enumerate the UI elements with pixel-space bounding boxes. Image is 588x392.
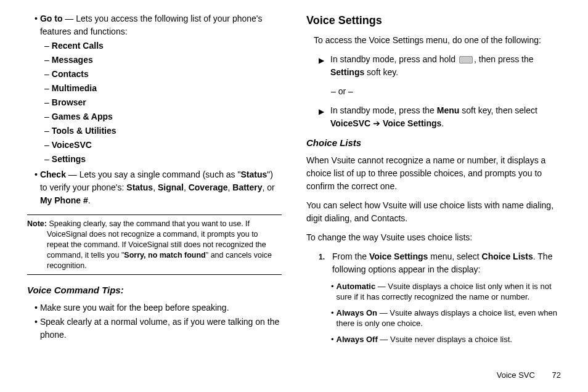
check-status: Status bbox=[240, 169, 267, 179]
choice-p1: When Vsuite cannot recognize a name or n… bbox=[306, 154, 561, 193]
choice-lists-heading: Choice Lists bbox=[306, 136, 561, 150]
check-item: Signal bbox=[158, 182, 184, 192]
goto-item-0: –Recent Calls bbox=[27, 39, 282, 52]
step-text: In standby mode, press the bbox=[330, 105, 437, 115]
arrow-icon: ▶ bbox=[319, 106, 324, 130]
goto-item-2: –Contacts bbox=[27, 68, 282, 81]
bullet-icon: • bbox=[35, 301, 38, 314]
voicesvc-key: VoiceSVC bbox=[330, 118, 370, 128]
option-always-on: • Always On — Vsuite always displays a c… bbox=[306, 308, 561, 329]
footer-section: Voice SVC bbox=[497, 370, 535, 380]
step-text: menu, select bbox=[428, 251, 481, 261]
right-column: Voice Settings To access the Voice Setti… bbox=[306, 12, 561, 349]
choice-p3: To change the way Vsuite uses choice lis… bbox=[306, 231, 561, 244]
voice-settings-key: Voice Settings bbox=[383, 118, 441, 128]
bullet-icon: • bbox=[35, 168, 38, 207]
page-number: 72 bbox=[552, 370, 561, 380]
option-label: Always Off bbox=[337, 335, 378, 344]
goto-item-1: –Messages bbox=[27, 54, 282, 67]
tip-text: Make sure you wait for the beep before s… bbox=[40, 301, 282, 314]
bullet-icon: • bbox=[35, 316, 38, 341]
check-item: Status bbox=[126, 182, 153, 192]
bullet-icon: • bbox=[331, 334, 334, 345]
goto-item-4: –Browser bbox=[27, 96, 282, 109]
goto-item-5: –Games & Apps bbox=[27, 110, 282, 123]
page-footer: Voice SVC 72 bbox=[497, 369, 561, 382]
step-2: ▶ In standby mode, press the Menu soft k… bbox=[306, 104, 561, 130]
note-bold: Sorry, no match found bbox=[124, 251, 205, 259]
step-text: From the bbox=[332, 251, 369, 261]
option-name: Choice Lists bbox=[482, 251, 533, 261]
tip-text: Speak clearly at a normal volume, as if … bbox=[40, 316, 282, 341]
tips-heading: Voice Command Tips: bbox=[27, 284, 282, 298]
tip-1: • Make sure you wait for the beep before… bbox=[27, 301, 282, 314]
goto-item-label: Games & Apps bbox=[52, 110, 113, 123]
goto-item-label: VoiceSVC bbox=[52, 139, 92, 152]
goto-label: Go to bbox=[40, 14, 63, 23]
step-number: 1. bbox=[319, 251, 325, 276]
settings-key: Settings bbox=[330, 67, 364, 77]
goto-item-6: –Tools & Utilities bbox=[27, 125, 282, 137]
bullet-icon: • bbox=[35, 12, 38, 38]
check-text: — Lets you say a single command (such as… bbox=[66, 169, 241, 179]
goto-item-label: Multimedia bbox=[52, 82, 97, 95]
goto-bullet: • Go to — Lets you access the following … bbox=[27, 12, 282, 38]
note-block: Note: Speaking clearly, say the command … bbox=[27, 214, 282, 275]
goto-item-label: Settings bbox=[52, 153, 86, 166]
menu-name: Voice Settings bbox=[369, 251, 428, 261]
check-item: Battery bbox=[232, 182, 262, 192]
step-text: soft key, then select bbox=[459, 105, 537, 115]
option-label: Always On bbox=[337, 308, 377, 317]
choice-p2: You can select how Vsuite will use choic… bbox=[306, 199, 561, 225]
check-item: My Phone # bbox=[40, 195, 88, 205]
goto-item-label: Browser bbox=[52, 96, 86, 109]
step-text: In standby mode, press and hold bbox=[330, 54, 458, 64]
note-label: Note: bbox=[27, 219, 47, 228]
key-icon bbox=[459, 56, 473, 63]
option-always-off: • Always Off — Vsuite never displays a c… bbox=[306, 334, 561, 345]
check-bullet: • Check — Lets you say a single command … bbox=[27, 168, 282, 207]
bullet-icon: • bbox=[331, 281, 334, 303]
goto-item-3: –Multimedia bbox=[27, 82, 282, 95]
step-text: , then press the bbox=[474, 54, 534, 64]
option-desc: — Vsuite never displays a choice list. bbox=[378, 335, 512, 344]
tip-2: • Speak clearly at a normal volume, as i… bbox=[27, 316, 282, 341]
or-separator: – or – bbox=[306, 85, 561, 98]
numbered-step-1: 1. From the Voice Settings menu, select … bbox=[306, 250, 561, 276]
goto-item-label: Contacts bbox=[52, 68, 89, 81]
bullet-icon: • bbox=[331, 308, 334, 329]
step-1: ▶ In standby mode, press and hold , then… bbox=[306, 53, 561, 79]
goto-item-8: –Settings bbox=[27, 153, 282, 166]
step-text: soft key. bbox=[364, 67, 398, 77]
intro-text: To access the Voice Settings menu, do on… bbox=[306, 34, 561, 47]
goto-item-label: Tools & Utilities bbox=[52, 125, 116, 137]
menu-key: Menu bbox=[437, 105, 460, 115]
goto-item-label: Recent Calls bbox=[52, 39, 104, 52]
goto-desc: — Lets you access the following list of … bbox=[40, 14, 263, 36]
check-label: Check bbox=[40, 169, 66, 179]
option-label: Automatic bbox=[337, 282, 376, 291]
check-item: Coverage bbox=[189, 182, 228, 192]
goto-item-label: Messages bbox=[52, 54, 93, 67]
left-column: • Go to — Lets you access the following … bbox=[27, 12, 282, 349]
voice-settings-heading: Voice Settings bbox=[306, 12, 561, 29]
arrow-icon: ▶ bbox=[319, 55, 324, 79]
goto-item-7: –VoiceSVC bbox=[27, 139, 282, 152]
nav-arrow: ➔ bbox=[370, 118, 383, 128]
option-automatic: • Automatic — Vsuite displays a choice l… bbox=[306, 281, 561, 303]
